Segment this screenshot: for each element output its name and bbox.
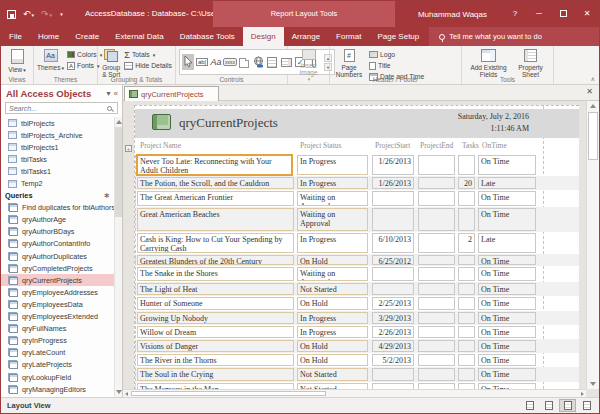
page-numbers-button[interactable]: # Page Numbers (333, 48, 365, 78)
cell-start[interactable] (372, 208, 414, 231)
cell-end[interactable] (418, 368, 455, 381)
report-row[interactable]: Visions of DangerOn Hold4/29/2013On Time (135, 339, 579, 353)
report-row[interactable]: The Potion, the Scroll, and the Cauldron… (135, 176, 579, 190)
cell-status[interactable]: In Progress (297, 233, 368, 253)
nav-scrollbar[interactable] (114, 117, 122, 397)
report-title[interactable]: qryCurrentProjects (179, 115, 278, 131)
cell-status[interactable]: On Hold (297, 255, 368, 265)
cell-name[interactable]: Willow of Dream (137, 326, 294, 338)
cell-end[interactable] (418, 255, 455, 265)
report-view-button[interactable] (521, 399, 538, 412)
cell-end[interactable] (418, 354, 455, 366)
nav-item-qrymanagingeditors[interactable]: qryManagingEditors (1, 383, 114, 395)
nav-item-qryauthorcontantinfo[interactable]: qryAuthorContantInfo (1, 238, 114, 250)
nav-item-tbltasks[interactable]: tblTasks (1, 153, 114, 165)
document-tab[interactable]: qryCurrentProjects (124, 86, 219, 101)
cell-start[interactable] (372, 191, 414, 206)
cell-name[interactable]: Visions of Danger (137, 340, 294, 352)
undo-button[interactable]: ↶ (23, 9, 34, 19)
user-name[interactable]: Muhammad Waqas (418, 10, 487, 19)
nav-item-qryemployeesdata[interactable]: qryEmployeesData (1, 298, 114, 310)
report-row[interactable]: The Light of HeatNot StartedOn Time (135, 282, 579, 296)
cell-status[interactable]: In Progress (297, 326, 368, 338)
add-existing-fields-button[interactable]: Add Existing Fields (468, 48, 510, 78)
cell-start[interactable]: 6/25/2012 (372, 255, 414, 265)
cell-tasks[interactable] (458, 326, 475, 338)
cell-end[interactable] (418, 326, 455, 338)
nav-item-tblprojects1[interactable]: tblProjects1 (1, 141, 114, 153)
nav-item-tblprojects[interactable]: tblProjects (1, 117, 114, 129)
tell-me-box[interactable]: Tell me what you want to do (429, 27, 599, 46)
col-header-ontime[interactable]: OnTime (482, 141, 507, 150)
search-input[interactable] (9, 105, 107, 112)
cell-status[interactable]: Not Started (297, 368, 368, 381)
report-datetime[interactable]: Saturday, July 2, 2016 1:11:46 AM (458, 111, 529, 135)
nav-item-qryauthorbdays[interactable]: qryAuthorBDays (1, 226, 114, 238)
nav-item-qrylookupfield[interactable]: qryLookupField (1, 371, 114, 383)
cell-end[interactable] (418, 191, 455, 206)
cell-start[interactable]: 2/25/2013 (372, 297, 414, 310)
cell-start[interactable]: 2/26/2013 (372, 326, 414, 338)
report-row[interactable]: Willow of DreamIn Progress2/26/2013On Ti… (135, 325, 579, 339)
nav-item-qrycompletedprojects[interactable]: qryCompletedProjects (1, 262, 114, 274)
cell-tasks[interactable] (458, 267, 475, 281)
cell-name[interactable]: The Snake in the Shores (137, 267, 294, 281)
report-row[interactable]: Growing Up NobodyIn Progress3/29/2013On … (135, 311, 579, 325)
cell-start[interactable]: 4/29/2013 (372, 340, 414, 352)
report-row[interactable]: The River in the ThornsOn Hold5/2/2013On… (135, 353, 579, 367)
cell-end[interactable] (418, 297, 455, 310)
cell-ontime[interactable]: On Time (478, 354, 536, 366)
cell-name[interactable]: Greatest Blunders of the 20th Century (137, 255, 294, 265)
hide-details-button[interactable]: Hide Details (124, 61, 172, 70)
cell-tasks[interactable] (458, 297, 475, 310)
cell-name[interactable]: The Soul in the Crying (137, 368, 294, 381)
cell-end[interactable] (418, 177, 455, 189)
cell-end[interactable] (418, 283, 455, 295)
cell-tasks[interactable]: 2 (458, 233, 475, 253)
cell-ontime[interactable]: Late (478, 233, 536, 253)
cell-name[interactable]: The Light of Heat (137, 283, 294, 295)
cell-tasks[interactable]: 20 (458, 177, 475, 189)
document-close-icon[interactable]: ✕ (586, 87, 593, 96)
nav-item-qryemployeesextended[interactable]: qryEmployeesExtended (1, 311, 114, 323)
vscroll-thumb[interactable] (588, 112, 598, 160)
cell-ontime[interactable]: On Time (478, 297, 536, 310)
hscroll-left-icon[interactable] (125, 392, 128, 396)
cell-end[interactable] (418, 340, 455, 352)
hscroll-right-icon[interactable] (581, 392, 584, 396)
cell-ontime[interactable]: On Time (478, 255, 536, 265)
nav-item-qrycurrentprojects[interactable]: qryCurrentProjects (1, 274, 114, 286)
horizontal-scrollbar[interactable] (123, 389, 586, 397)
cell-status[interactable]: On Hold (297, 354, 368, 366)
nav-menu-icon[interactable]: ▾ (107, 89, 111, 98)
maximize-button[interactable] (551, 1, 575, 27)
vscroll-down-icon[interactable] (590, 382, 596, 386)
search-icon[interactable] (107, 106, 112, 111)
list-box-icon[interactable] (266, 54, 278, 70)
cell-tasks[interactable] (458, 255, 475, 265)
report-row[interactable]: The Memory in the ManNot StartedOn Time (135, 382, 579, 389)
cell-end[interactable] (418, 312, 455, 324)
cell-start[interactable]: 6/10/2013 (372, 233, 414, 253)
cell-ontime[interactable]: On Time (478, 312, 536, 324)
cell-ontime[interactable]: Late (478, 177, 536, 189)
cell-tasks[interactable] (458, 340, 475, 352)
title-button[interactable]: Title (369, 61, 424, 70)
cell-tasks[interactable] (458, 191, 475, 206)
col-header-project-end[interactable]: ProjectEnd (420, 141, 453, 150)
shutter-bar-close-icon[interactable]: « (114, 89, 118, 98)
tab-format[interactable]: Format (328, 27, 369, 46)
label-icon[interactable]: Aa (210, 54, 222, 70)
cell-ontime[interactable]: On Time (478, 267, 536, 281)
col-header-project-status[interactable]: Project Status (300, 141, 341, 150)
cell-start[interactable] (372, 267, 414, 281)
button-control-icon[interactable]: xxxx (224, 54, 236, 70)
unbound-object-frame-icon[interactable] (238, 54, 250, 70)
nav-item-qryemployeeaddresses[interactable]: qryEmployeeAddresses (1, 286, 114, 298)
themes-button[interactable]: Aa Themes (37, 48, 64, 72)
col-header-tasks[interactable]: Tasks (462, 141, 479, 150)
text-box-icon[interactable]: ab| (196, 54, 208, 70)
nav-item-qryauthorduplicates[interactable]: qryAuthorDuplicates (1, 250, 114, 262)
nav-item-temp2[interactable]: Temp2 (1, 177, 114, 189)
help-button[interactable]: ? (503, 1, 527, 27)
